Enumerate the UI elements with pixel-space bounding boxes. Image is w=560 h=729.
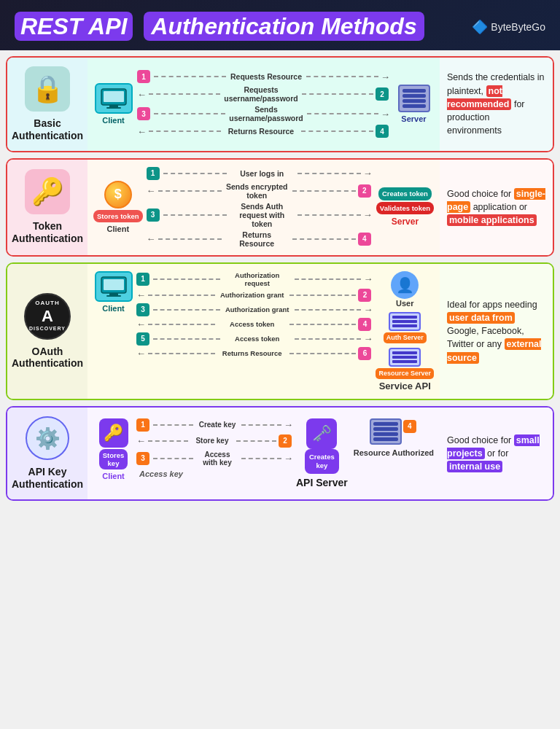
apikey-auth-desc: Good choice for small projects or for in… — [440, 408, 553, 499]
highlight-internal-use: internal use — [447, 461, 502, 472]
oauth-right-nodes: 👤 User Auth Server — [376, 271, 434, 391]
token-step-badge-3: 3 — [147, 208, 160, 222]
oauth-step-6: ← Returns Resource 6 — [136, 347, 373, 360]
apikey-auth-icon: ⚙️ — [26, 416, 69, 460]
highlight-mobile: mobile applications — [447, 214, 537, 226]
token-auth-title: TokenAuthentication — [12, 220, 83, 245]
stores-key-box: Storeskey — [99, 449, 128, 470]
apikey-auth-title: API KeyAuthentication — [12, 466, 83, 491]
step-badge-3: 3 — [137, 107, 150, 120]
step-4-label: Returns Resource — [223, 127, 298, 136]
arrow-line-4b — [301, 130, 373, 132]
apikey-step-3-label: Accesswith key — [195, 451, 238, 467]
token-step-badge-4: 4 — [358, 233, 371, 246]
token-server-label: Server — [392, 217, 419, 227]
arrow-line-3a — [154, 113, 225, 114]
highlight-user-data: user data from — [447, 312, 515, 324]
step-badge-4: 4 — [376, 125, 389, 138]
token-auth-icon: 🔑 — [25, 169, 70, 214]
oauth-resource-server-label: Resource Server — [376, 368, 434, 379]
oauth-user-icon: 👤 — [391, 271, 419, 299]
token-auth-section: 🔑 TokenAuthentication $ Stores token Cli… — [6, 158, 554, 257]
basic-client-node: Client — [93, 83, 133, 125]
basic-auth-label: 🔒 Basic Authentication — [7, 58, 88, 151]
oauth-step-2: ← Authorization grant 2 — [136, 289, 373, 302]
basic-client-label: Client — [102, 116, 125, 125]
title-prefix: REST API — [15, 12, 133, 41]
highlight-single-page: single-page — [447, 188, 545, 213]
token-step-badge-1: 1 — [147, 167, 160, 180]
token-step-2: ← Sends encrypted token 2 — [147, 182, 373, 200]
basic-step-2: ← Requests username/password 2 — [137, 85, 390, 103]
oauth-auth-server-node: Auth Server — [384, 312, 427, 344]
oauth-step-5-label: Access token — [222, 335, 292, 343]
token-step-badge-2: 2 — [358, 184, 371, 198]
creates-key-icon: 🗝️ — [306, 418, 337, 449]
header-title: REST API Authentication Methods — [15, 13, 424, 40]
basic-flows: 1 Requests Resource → ← Requests usernam… — [137, 70, 390, 138]
oauth-user-label: User — [396, 299, 413, 308]
header: REST API Authentication Methods 🔷 ByteBy… — [0, 0, 560, 50]
apikey-resource-node: 4 Resource Authorized — [354, 418, 434, 458]
svg-rect-1 — [104, 91, 124, 102]
token-client-node: $ Stores token Client — [93, 181, 143, 233]
oauth-step-4: ← Access token 4 — [136, 318, 373, 331]
apikey-step-2-label: Store key — [190, 437, 233, 445]
apikey-auth-diagram: 🔑 Storeskey Client 1 Create key — [88, 408, 440, 499]
apikey-creates-key-node: 🗝️ Createskey — [305, 418, 339, 475]
basic-step-1: 1 Requests Resource → — [137, 70, 390, 83]
validates-token-box: Validates token — [376, 202, 434, 214]
oauth-auth-title: OAuthAuthentication — [12, 346, 83, 370]
apikey-step-2: ← Store key 2 — [136, 434, 293, 448]
oauth-resource-server-node: Resource Server Service API — [376, 348, 434, 391]
basic-step-3: 3 Sends username/password → — [137, 105, 390, 122]
apikey-step-1-label: Create key — [195, 421, 238, 429]
apikey-server-nodes: 🗝️ Createskey API Server — [296, 418, 348, 489]
svg-rect-7 — [106, 295, 121, 297]
apikey-auth-label: ⚙️ API KeyAuthentication — [7, 408, 88, 499]
oauth-client-computer — [95, 271, 133, 302]
basic-step-4: ← Returns Resource 4 — [137, 125, 390, 138]
arrow-line-2a — [149, 93, 220, 95]
oauth-service-api-label: Service API — [379, 381, 431, 391]
stores-key-label: Storeskey — [103, 451, 125, 467]
arrow-line-1b — [306, 76, 378, 77]
client-computer-icon — [95, 83, 133, 114]
oauth-logo: OAUTH A DISCOVERY — [24, 293, 71, 340]
token-coin-icon: $ — [104, 181, 132, 208]
oauth-auth-server-label: Auth Server — [384, 332, 427, 344]
step-1-label: Requests Resource — [228, 72, 303, 81]
svg-rect-5 — [104, 279, 124, 290]
oauth-step-1-label: Authorization request — [222, 271, 292, 287]
creates-key-label: Createskey — [309, 453, 335, 469]
token-step-1: 1 User logs in → — [147, 167, 373, 180]
server-icon — [398, 85, 430, 112]
apikey-step-badge-4: 4 — [403, 420, 416, 433]
apikey-resource-server-icon — [370, 418, 402, 445]
oauth-step-3-label: Authorization grant — [222, 305, 292, 313]
arrow-line-2b — [302, 93, 373, 95]
oauth-client-node: Client — [93, 271, 133, 313]
highlight-small-projects: small projects — [447, 434, 540, 459]
oauth-step-2-label: Authorization grant — [217, 291, 287, 299]
step-badge-2: 2 — [376, 87, 389, 101]
token-server-node: Creates token Validates token Server — [376, 187, 434, 227]
title-highlight: Authentication Methods — [144, 12, 424, 41]
oauth-step-3: 3 Authorization grant → — [136, 303, 373, 316]
oauth-client-label: Client — [102, 304, 125, 313]
arrow-left-2: ← — [137, 89, 147, 100]
apikey-client-node: 🔑 Storeskey Client — [93, 418, 133, 481]
token-auth-diagram: $ Stores token Client 1 User logs in → — [88, 160, 440, 255]
basic-auth-flow: Client 1 Requests Resource → ← — [93, 70, 434, 138]
highlight-external: external source — [447, 338, 541, 363]
apikey-auth-section: ⚙️ API KeyAuthentication 🔑 Storeskey Cli… — [6, 406, 554, 501]
token-step-3-label: Sends Auth request with token — [229, 202, 295, 228]
oauth-user-node: 👤 User — [391, 271, 419, 308]
apikey-client-label: Client — [102, 472, 125, 480]
brand-name: ByteByteGo — [491, 21, 545, 33]
step-badge-1: 1 — [137, 70, 150, 83]
stores-token-box: Stores token — [93, 210, 143, 222]
token-auth-label: 🔑 TokenAuthentication — [7, 160, 88, 255]
token-step-4-label: Returns Resource — [224, 230, 290, 248]
token-step-1-label: User logs in — [229, 169, 295, 178]
